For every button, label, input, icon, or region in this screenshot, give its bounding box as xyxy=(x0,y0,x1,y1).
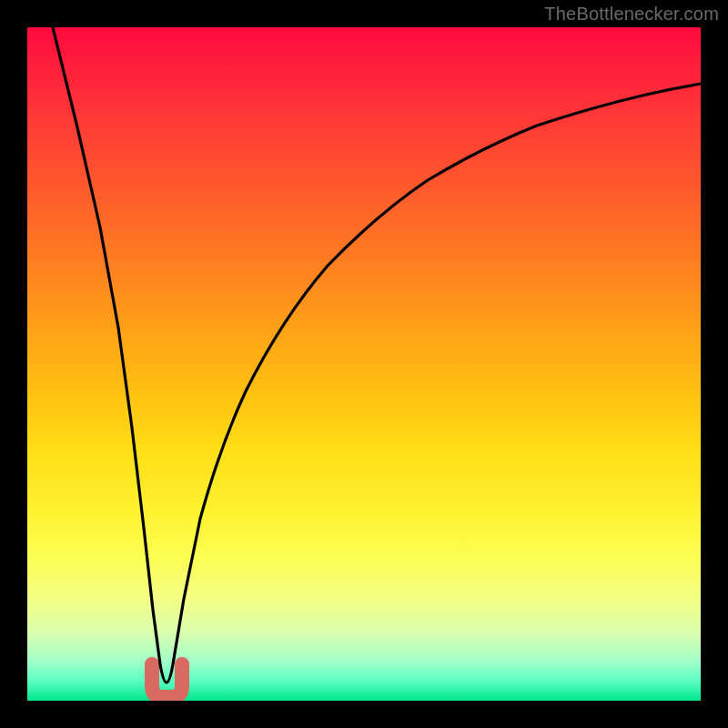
chart-frame: TheBottlenecker.com xyxy=(0,0,728,728)
plot-area xyxy=(27,27,701,701)
well-marker xyxy=(152,664,182,697)
curve-layer xyxy=(27,27,701,701)
bottleneck-curve xyxy=(53,27,701,682)
watermark-text: TheBottlenecker.com xyxy=(544,4,719,25)
